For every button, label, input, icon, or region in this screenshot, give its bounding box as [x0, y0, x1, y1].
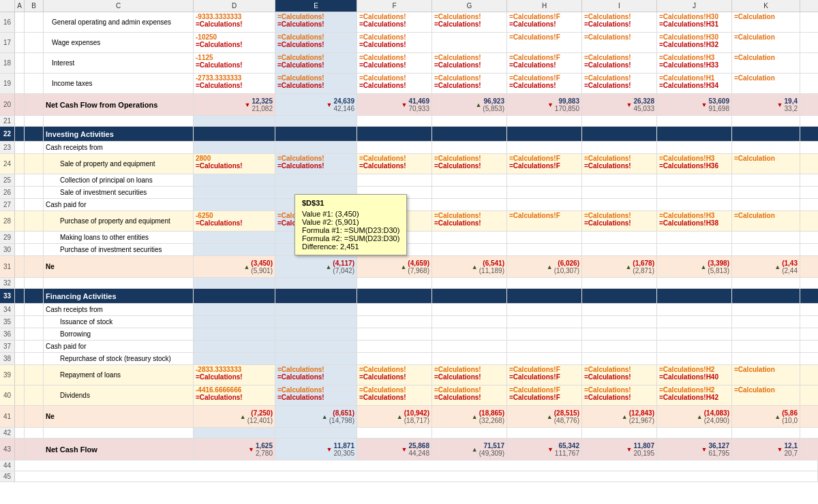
- cell-43-f[interactable]: ▼ 25,868 44,248: [357, 439, 432, 460]
- cell-43-j[interactable]: ▼ 36,127 61,795: [657, 439, 732, 460]
- cell-16-e[interactable]: =Calculations! =Calculations!: [275, 12, 357, 32]
- cell-42-e: [275, 428, 357, 438]
- cell-16-h[interactable]: =Calculations!F =Calculations!: [507, 12, 582, 32]
- cell-20-f[interactable]: ▼ 41,469 70,933: [357, 94, 432, 115]
- cell-40-h[interactable]: =Calculations!F =Calculations!F: [507, 385, 582, 405]
- cell-41-a: [15, 406, 25, 427]
- cell-39-f[interactable]: =Calculations! =Calculations!: [357, 365, 432, 385]
- cell-39-k[interactable]: =Calculation: [732, 365, 800, 385]
- cell-24-k[interactable]: =Calculation: [732, 154, 800, 174]
- cell-16-d[interactable]: -9333.3333333 =Calculations!: [194, 12, 275, 32]
- cell-31-k[interactable]: ▲ (1,43 (2,44: [732, 256, 800, 277]
- cell-28-j[interactable]: =Calculations!H3 =Calculations!H38: [657, 211, 732, 231]
- cell-40-k[interactable]: =Calculation: [732, 385, 800, 405]
- cell-24-i[interactable]: =Calculations! =Calculations!: [582, 154, 657, 174]
- cell-17-h[interactable]: =Calculations!F: [507, 33, 582, 52]
- cell-20-j[interactable]: ▼ 53,609 91,698: [657, 94, 732, 115]
- cell-18-f[interactable]: =Calculations! =Calculations!: [357, 53, 432, 73]
- cell-24-d[interactable]: 2800 =Calculations!: [194, 154, 275, 174]
- cell-39-e[interactable]: =Calculations! =Calculations!: [275, 365, 357, 385]
- cell-18-g[interactable]: =Calculations! =Calculations!: [432, 53, 507, 73]
- cell-17-d[interactable]: -10250 =Calculations!: [194, 33, 275, 52]
- cell-19-e[interactable]: =Calculations! =Calculations!: [275, 74, 357, 93]
- cell-41-i[interactable]: ▲ (12,843) (21,967): [582, 406, 657, 427]
- cell-40-e[interactable]: =Calculations! =Calculations!: [275, 385, 357, 405]
- cell-16-i[interactable]: =Calculations! =Calculations!: [582, 12, 657, 32]
- cell-20-g[interactable]: ▲ 96,923 (5,853): [432, 94, 507, 115]
- cell-40-i[interactable]: =Calculations! =Calculations!: [582, 385, 657, 405]
- cell-24-e[interactable]: =Calculations! =Calculations!: [275, 154, 357, 174]
- cell-19-j[interactable]: =Calculations!H1 =Calculations!H34: [657, 74, 732, 93]
- cell-41-g[interactable]: ▲ (18,865) (32,268): [432, 406, 507, 427]
- cell-19-i[interactable]: =Calculations! =Calculations!: [582, 74, 657, 93]
- cell-43-k[interactable]: ▼ 12,1 20,7: [732, 439, 800, 460]
- net-financing-row: 41 Ne ▲ (7,250) (12,401) ▲ (8,651) (14,7…: [0, 406, 818, 428]
- col-header-a: A: [15, 0, 25, 12]
- cell-39-d[interactable]: -2833.3333333 =Calculations!: [194, 365, 275, 385]
- cell-17-e[interactable]: =Calculations! =Calculations!: [275, 33, 357, 52]
- cell-39-i[interactable]: =Calculations! =Calculations!: [582, 365, 657, 385]
- cell-20-k[interactable]: ▼ 19,4 33,2: [732, 94, 800, 115]
- cell-41-j[interactable]: ▲ (14,083) (24,090): [657, 406, 732, 427]
- cell-28-g[interactable]: =Calculations! =Calculations!: [432, 211, 507, 231]
- cell-20-h[interactable]: ▼ 99,883 170,850: [507, 94, 582, 115]
- cell-18-k[interactable]: =Calculation: [732, 53, 800, 73]
- cell-24-j[interactable]: =Calculations!H3 =Calculations!H36: [657, 154, 732, 174]
- cell-19-h[interactable]: =Calculations!F =Calculations!: [507, 74, 582, 93]
- cell-20-e[interactable]: ▼ 24,639 42,146: [275, 94, 357, 115]
- cell-25-i: [582, 174, 657, 186]
- cell-31-i[interactable]: ▲ (1,678) (2,871): [582, 256, 657, 277]
- cell-31-h[interactable]: ▲ (6,026) (10,307): [507, 256, 582, 277]
- cell-16-k[interactable]: =Calculation: [732, 12, 800, 32]
- cell-18-d[interactable]: -1125 =Calculations!: [194, 53, 275, 73]
- cell-16-j[interactable]: =Calculations!H30 =Calculations!H31: [657, 12, 732, 32]
- cell-20-d[interactable]: ▼ 12,325 21,082: [194, 94, 275, 115]
- cell-43-d[interactable]: ▼ 1,625 2,780: [194, 439, 275, 460]
- cell-17-k[interactable]: =Calculation: [732, 33, 800, 52]
- cell-18-j[interactable]: =Calculations!H3 =Calculations!H33: [657, 53, 732, 73]
- cell-28-h[interactable]: =Calculations!F: [507, 211, 582, 231]
- cell-41-f[interactable]: ▲ (10,942) (18,717): [357, 406, 432, 427]
- cell-39-g[interactable]: =Calculations! =Calculations!: [432, 365, 507, 385]
- cell-17-f[interactable]: =Calculations! =Calculations!: [357, 33, 432, 52]
- cell-19-d[interactable]: -2733.3333333 =Calculations!: [194, 74, 275, 93]
- cell-20-i[interactable]: ▼ 26,328 45,033: [582, 94, 657, 115]
- cell-17-j[interactable]: =Calculations!H30 =Calculations!H32: [657, 33, 732, 52]
- cell-20-e-value: 24,639 42,146: [333, 97, 354, 112]
- cell-43-h[interactable]: ▼ 65,342 111,767: [507, 439, 582, 460]
- cell-40-g[interactable]: =Calculations! =Calculations!: [432, 385, 507, 405]
- cell-39-j[interactable]: =Calculations!H2 =Calculations!H40: [657, 365, 732, 385]
- cell-28-k[interactable]: =Calculation: [732, 211, 800, 231]
- cell-41-k[interactable]: ▲ (5,86 (10,0: [732, 406, 800, 427]
- cell-31-d[interactable]: ▲ (3,450) (5,901): [194, 256, 275, 277]
- cell-19-f[interactable]: =Calculations! =Calculations!: [357, 74, 432, 93]
- cell-18-i[interactable]: =Calculations! =Calculations!: [582, 53, 657, 73]
- cell-16-g[interactable]: =Calculations! =Calculations!: [432, 12, 507, 32]
- cell-24-f[interactable]: =Calculations! =Calculations!: [357, 154, 432, 174]
- cell-43-g[interactable]: ▲ 71,517 (49,309): [432, 439, 507, 460]
- cell-39-h[interactable]: =Calculations!F =Calculations!F: [507, 365, 582, 385]
- cell-18-h[interactable]: =Calculations!F =Calculations!: [507, 53, 582, 73]
- cell-31-g[interactable]: ▲ (6,541) (11,189): [432, 256, 507, 277]
- cell-31-j[interactable]: ▲ (3,398) (5,813): [657, 256, 732, 277]
- cell-40-j[interactable]: =Calculations!H2 =Calculations!H42: [657, 385, 732, 405]
- cell-31-e[interactable]: ▲ (4,117) (7,042): [275, 256, 357, 277]
- cell-24-g[interactable]: =Calculations! =Calculations!: [432, 154, 507, 174]
- cell-18-e[interactable]: =Calculations! =Calculations!: [275, 53, 357, 73]
- cell-17-i[interactable]: =Calculations!: [582, 33, 657, 52]
- cell-16-f[interactable]: =Calculations! =Calculations!: [357, 12, 432, 32]
- cell-43-e[interactable]: ▼ 11,871 20,305: [275, 439, 357, 460]
- cell-28-i[interactable]: =Calculations! =Calculations!: [582, 211, 657, 231]
- cell-40-d[interactable]: -4416.6666666 =Calculations!: [194, 385, 275, 405]
- cell-19-g[interactable]: =Calculations! =Calculations!: [432, 74, 507, 93]
- cell-41-d[interactable]: ▲ (7,250) (12,401): [194, 406, 275, 427]
- cell-41-h[interactable]: ▲ (28,515) (48,776): [507, 406, 582, 427]
- cell-19-k[interactable]: =Calculation: [732, 74, 800, 93]
- cell-31-f[interactable]: ▲ (4,659) (7,968): [357, 256, 432, 277]
- cell-24-h[interactable]: =Calculations!F =Calculations!F: [507, 154, 582, 174]
- cell-28-d[interactable]: -6250 =Calculations!: [194, 211, 275, 231]
- cell-41-e[interactable]: ▲ (8,651) (14,798): [275, 406, 357, 427]
- cell-43-i[interactable]: ▼ 11,807 20,195: [582, 439, 657, 460]
- cell-40-f[interactable]: =Calculations! =Calculations!: [357, 385, 432, 405]
- cell-17-g[interactable]: [432, 33, 507, 52]
